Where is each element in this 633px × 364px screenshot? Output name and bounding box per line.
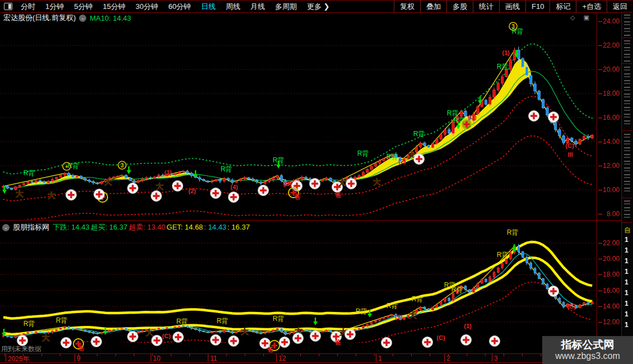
indicator-value-0: 下跌: 14.43 [53,223,90,231]
stock-app-window: 分时1分钟5分钟15分钟30分钟60分钟日线周线月线多周期更多 ❯ 复权叠加多股… [0,0,633,364]
month-label-2: 10 [153,354,160,362]
divergence-label: R背 [387,302,398,310]
wave-label: (C) [565,142,574,149]
sell-arrow-icon [127,170,131,174]
price-chart[interactable]: 大R背大+R背大3大(1)(2)R背(4)R背(C)爸爸大R背大R背(2)大R背… [0,0,633,364]
stock-title: 宏达股份(日线.前复权) [3,13,76,23]
divergence-label: R背 [507,228,519,236]
wave-label: (C) [567,303,576,310]
sell-arrow-icon [313,321,318,325]
divergence-label: R背 [221,165,232,173]
sidebar-section[interactable] [622,130,632,198]
axis-tick-label: 14.00 [597,138,620,146]
axis-tick-label: 20.00 [597,255,620,263]
sidebar-section[interactable] [622,38,632,64]
watchlist-flag[interactable]: 自 [624,226,631,235]
svg-text:3: 3 [120,162,124,169]
axis-tick-label: 16.00 [597,287,620,295]
chevron-down-icon[interactable]: ⌄ [79,15,86,22]
right-sidebar[interactable]: 自 111111111 [622,12,633,364]
axis-tick-label: 8.00 [597,210,620,218]
divergence-label: R背 [387,153,398,161]
divergence-label: R背 [357,150,369,157]
axis-tick-label: 22.00 [597,239,620,247]
divergence-label: R背 [452,286,463,293]
axis-tick-label: 12.00 [597,318,620,326]
corner-icons[interactable]: ◇ ▣ [570,14,593,21]
wave-label: 爸 [334,339,341,346]
divergence-label: R背 [24,320,35,328]
divergence-label: R背 [497,251,509,259]
wave-label: (1) [164,169,172,176]
axis-tick-label: 10.00 [597,186,620,194]
sell-arrow-icon [367,314,372,318]
wave-label: (C) [162,333,171,339]
axis-tick-label: 18.00 [597,90,620,97]
indicator-value-5: : 16.37 [227,223,250,231]
axis-tick-label: 20.00 [597,66,620,73]
wave-label: 爸 [78,344,85,351]
figure-marker-icon: 大 [373,178,381,186]
month-label-0: 2025年 [8,354,30,364]
indicator-value-3: GET: 14.68 [166,223,203,231]
sidebar-border [621,12,622,364]
wave-label: (C) [468,114,477,120]
wave-label: (4) [230,184,238,190]
figure-marker-icon: 大 [42,333,50,342]
chart-title-row: 宏达股份(日线.前复权) ⌄ MA10: 14.43 [3,13,131,23]
axis-tick-label: 16.00 [597,114,620,122]
axis-tick-label: 12.00 [597,162,620,170]
axis-tick-label: 14.00 [597,302,620,310]
indicator-header: ⌄ 股朋指标网 下跌: 14.43超买: 16.37超卖: 13.40GET: … [2,222,251,232]
axis-tick-label: 22.00 [597,41,620,49]
sell-arrow-icon [103,331,108,335]
wave-label: (2) [395,314,403,320]
figure-marker-icon: 大 [16,189,24,198]
divergence-label: R背 [56,316,68,324]
wave-label: 爸 [335,192,342,198]
divergence-label: R背 [497,63,509,71]
figure-marker-icon: 大 [146,328,153,337]
wave-label: (C) [436,334,445,341]
sidebar-section[interactable] [622,12,632,38]
watermark: 指标公式网 www.zbgs3.com [542,336,633,364]
sell-arrow-icon [2,190,7,194]
watermark-url: www.zbgs3.com [555,351,620,361]
wave-label: (1) [502,49,510,56]
divergence-label: R背 [413,130,425,138]
axis-tick-label: 18.00 [597,270,620,278]
sidebar-section[interactable] [622,63,632,131]
sell-arrow-icon [276,165,281,169]
panel-divider[interactable] [0,220,621,221]
figure-marker-icon: 大 [241,327,249,336]
figure-marker-icon: 大 [104,178,112,186]
month-label-3: 11 [210,354,217,362]
divergence-label: R背 [68,162,80,170]
wave-label: (C) [283,180,292,187]
divergence-label: R背 [24,169,35,177]
indicator-value-1: 超买: 16.37 [91,223,128,231]
figure-marker-icon: 大 [338,178,346,187]
indicator-name: 股朋指标网 [13,222,49,232]
wave-label: III [567,151,573,158]
month-label-6: 2 [446,354,450,362]
figure-marker-icon: 大 [48,191,55,200]
month-label-4: 12 [278,354,286,362]
month-label-7: 3 [494,354,498,362]
divergence-label: R背 [447,109,459,117]
divergence-label: R背 [412,295,423,303]
indicator-value-4: : 14.43 [204,223,226,231]
indicator-values: 下跌: 14.43超买: 16.37超卖: 13.40GET: 14.68: 1… [53,222,251,232]
time-axis[interactable]: 2025年9101112123 [0,353,621,363]
divergence-label: R背 [176,318,188,325]
sidebar-section[interactable] [622,198,632,223]
chevron-down-icon[interactable]: ⌄ [2,224,10,231]
month-label-5: 1 [378,354,382,362]
divergence-label: R背 [512,27,524,35]
wave-label: (2) [398,158,406,165]
figure-marker-icon: 大 [409,311,417,320]
future-data-note: 用到未来数据 [1,344,41,354]
indicator-value-2: 超卖: 13.40 [129,223,166,231]
wave-label: 爸 [267,346,274,353]
month-label-1: 9 [77,354,81,362]
